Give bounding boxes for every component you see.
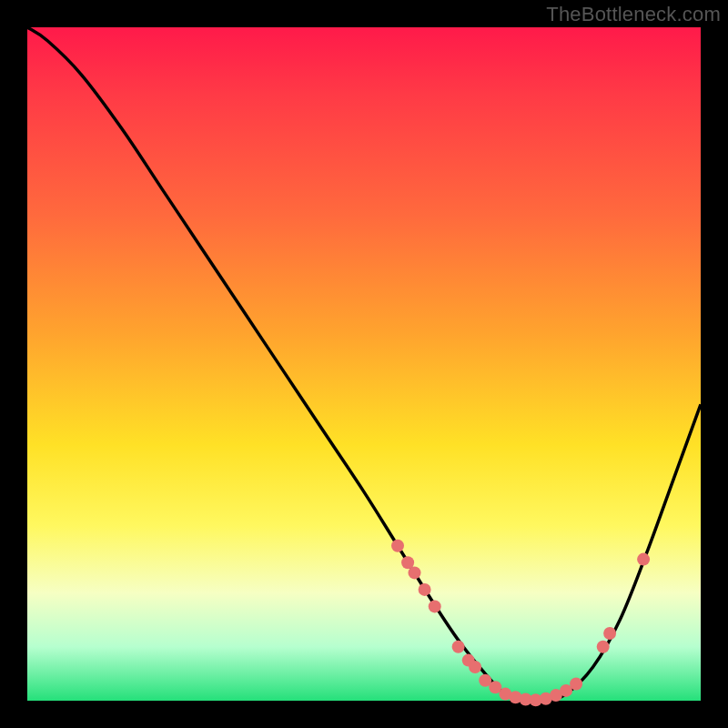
curve-markers [391, 540, 650, 706]
chart-frame: TheBottleneck.com [0, 0, 728, 728]
curve-marker [419, 583, 431, 596]
bottleneck-curve [27, 27, 701, 702]
bottleneck-curve-svg [27, 27, 701, 701]
curve-marker [429, 600, 441, 612]
curve-marker [570, 678, 582, 691]
curve-marker [469, 661, 481, 673]
curve-marker [409, 566, 421, 579]
watermark-text: TheBottleneck.com [546, 3, 721, 26]
curve-marker [597, 641, 610, 653]
curve-marker [603, 627, 616, 640]
curve-marker [637, 553, 650, 566]
curve-marker [391, 540, 404, 552]
curve-marker [452, 641, 465, 653]
